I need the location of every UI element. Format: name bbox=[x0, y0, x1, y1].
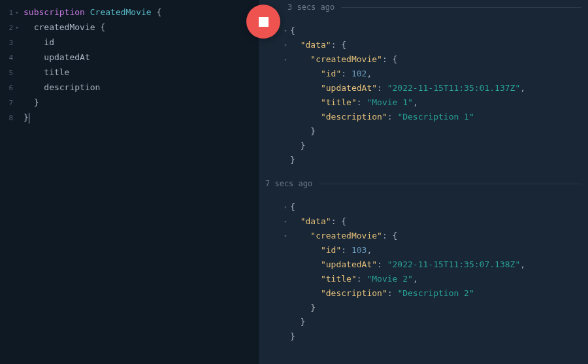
line-number: 2 bbox=[0, 20, 13, 35]
stop-icon bbox=[259, 17, 269, 27]
code-line[interactable]: 4 updatedAt bbox=[0, 50, 259, 65]
code-line[interactable]: 8 } bbox=[0, 110, 259, 125]
code-content[interactable]: id bbox=[21, 35, 54, 50]
code-content[interactable]: } bbox=[21, 110, 29, 125]
code-content[interactable]: description bbox=[21, 80, 100, 95]
json-line: "description": "Description 1" bbox=[265, 110, 581, 124]
fold-toggle-icon[interactable]: ▾ bbox=[13, 20, 21, 35]
json-line: "id": 102, bbox=[265, 67, 581, 81]
json-line: ▾ "createdMovie": { bbox=[265, 52, 581, 67]
line-number: 5 bbox=[0, 65, 13, 80]
json-line: } bbox=[265, 329, 581, 344]
json-line: "updatedAt": "2022-11-15T11:35:07.138Z", bbox=[265, 257, 581, 272]
json-line: } bbox=[265, 153, 581, 167]
divider bbox=[319, 184, 581, 184]
subscription-results-panel[interactable]: 3 secs ago ▾ { ▾ "data": { ▾ "createdMov… bbox=[259, 0, 588, 364]
fold-toggle-icon[interactable]: ▾ bbox=[13, 5, 21, 20]
line-number: 6 bbox=[0, 80, 13, 95]
code-content[interactable]: createdMovie { bbox=[21, 20, 105, 35]
json-line: } bbox=[265, 139, 581, 153]
json-line: "id": 103, bbox=[265, 243, 581, 257]
event-time-label: 7 secs ago bbox=[265, 179, 312, 188]
json-line: "description": "Description 2" bbox=[265, 286, 581, 301]
fold-toggle-icon[interactable]: ▾ bbox=[281, 38, 290, 52]
code-content[interactable]: updatedAt bbox=[21, 50, 90, 65]
stop-subscription-button[interactable] bbox=[246, 5, 280, 39]
code-line[interactable]: 5 title bbox=[0, 65, 259, 80]
json-line: ▾ "createdMovie": { bbox=[265, 229, 581, 243]
code-line[interactable]: 3 id bbox=[0, 35, 259, 50]
subscription-event: 3 secs ago ▾ { ▾ "data": { ▾ "createdMov… bbox=[265, 0, 581, 167]
line-number: 4 bbox=[0, 50, 13, 65]
divider bbox=[341, 7, 581, 8]
fold-toggle-icon[interactable]: ▾ bbox=[281, 229, 290, 243]
json-line: } bbox=[265, 301, 581, 315]
fold-toggle-icon[interactable]: ▾ bbox=[281, 214, 290, 229]
json-line: ▾ { bbox=[265, 200, 581, 214]
line-number: 8 bbox=[0, 110, 13, 125]
line-number: 7 bbox=[0, 95, 13, 110]
json-line: "updatedAt": "2022-11-15T11:35:01.137Z", bbox=[265, 81, 581, 95]
code-line[interactable]: 1 ▾ subscription CreatedMovie { bbox=[0, 5, 259, 20]
json-line: ▾ { bbox=[265, 24, 581, 38]
json-line: } bbox=[265, 315, 581, 329]
code-line[interactable]: 6 description bbox=[0, 80, 259, 95]
fold-toggle-icon[interactable]: ▾ bbox=[281, 52, 290, 67]
json-line: ▾ "data": { bbox=[265, 38, 581, 52]
subscription-event: 7 secs ago ▾ { ▾ "data": { ▾ "createdMov… bbox=[265, 176, 581, 344]
code-line[interactable]: 2 ▾ createdMovie { bbox=[0, 20, 259, 35]
event-timestamp-header: 7 secs ago bbox=[265, 176, 581, 191]
json-line: ▾ "data": { bbox=[265, 214, 581, 229]
code-line[interactable]: 7 } bbox=[0, 95, 259, 110]
text-cursor bbox=[29, 113, 29, 124]
fold-toggle-icon[interactable]: ▾ bbox=[281, 24, 290, 38]
json-line: "title": "Movie 1", bbox=[265, 95, 581, 110]
line-number: 1 bbox=[0, 5, 13, 20]
code-content[interactable]: subscription CreatedMovie { bbox=[21, 5, 161, 20]
code-content[interactable]: } bbox=[21, 95, 39, 110]
query-editor-panel[interactable]: 1 ▾ subscription CreatedMovie { 2 ▾ crea… bbox=[0, 0, 259, 364]
fold-toggle-icon[interactable]: ▾ bbox=[281, 200, 290, 214]
event-timestamp-header: 3 secs ago bbox=[265, 0, 581, 14]
code-content[interactable]: title bbox=[21, 65, 69, 80]
line-number: 3 bbox=[0, 35, 13, 50]
json-line: "title": "Movie 2", bbox=[265, 272, 581, 286]
json-line: } bbox=[265, 124, 581, 139]
